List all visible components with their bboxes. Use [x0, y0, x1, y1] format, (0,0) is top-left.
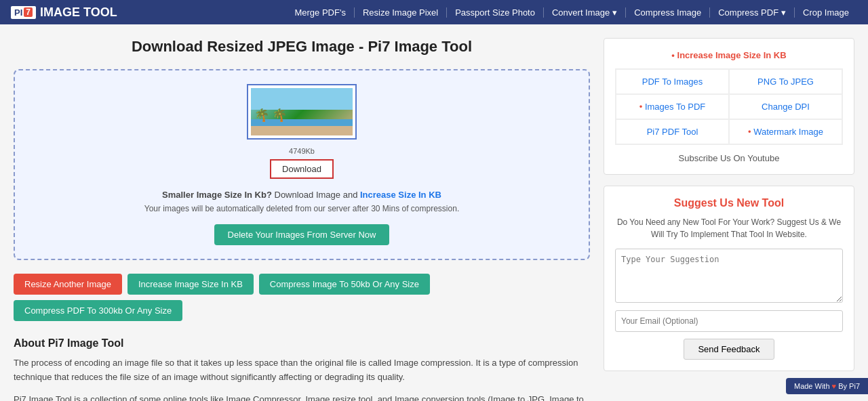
image-preview-box: 🌴 🌴 [247, 84, 357, 140]
suggest-description: Do You Need any New Tool For Your Work? … [615, 216, 843, 240]
compress-pdf-button[interactable]: Compress PDF To 300kb Or Any Size [14, 300, 182, 321]
download-button[interactable]: Download [270, 159, 334, 179]
resize-another-button[interactable]: Resize Another Image [14, 274, 122, 295]
heart-icon: ♥ [832, 382, 837, 390]
made-with-badge: Made With ♥ By Pi7 [786, 378, 868, 394]
sidebar-change-dpi[interactable]: Change DPI [729, 94, 842, 119]
about-paragraph-1: The process of encoding an image file so… [14, 356, 590, 385]
suggest-tool-card: Suggest Us New Tool Do You Need any New … [604, 186, 854, 371]
sidebar-watermark-image[interactable]: Watermark Image [729, 119, 842, 144]
about-title: About Pi7 Image Tool [14, 337, 590, 350]
auto-delete-text: Your images will be automatically delete… [28, 204, 575, 213]
action-buttons: Resize Another Image Increase Image Size… [14, 274, 590, 321]
image-thumbnail: 🌴 🌴 [251, 88, 353, 135]
logo[interactable]: Pi 7 IMAGE TOOL [11, 5, 117, 20]
main-layout: Download Resized JPEG Image - Pi7 Image … [0, 24, 868, 401]
sidebar-pdf-to-images[interactable]: PDF To Images [616, 69, 729, 94]
compress-image-button[interactable]: Compress Image To 50kb Or Any Size [259, 274, 430, 295]
content-area: Download Resized JPEG Image - Pi7 Image … [14, 38, 590, 401]
nav-convert-image[interactable]: Convert Image ▾ [544, 7, 626, 18]
nav-crop-image[interactable]: Crop Image [795, 7, 857, 18]
delete-images-button[interactable]: Delete Your Images From Server Now [214, 224, 390, 245]
about-paragraph-2: Pi7 Image Tool is a collection of some o… [14, 393, 590, 401]
send-feedback-button[interactable]: Send Feedback [684, 339, 774, 360]
chevron-down-icon: ▾ [612, 7, 617, 18]
increase-size-button[interactable]: Increase Image Size In KB [127, 274, 254, 295]
suggestion-textarea[interactable] [615, 249, 843, 303]
file-size: 4749Kb [28, 147, 575, 155]
smaller-image-text: Smaller Image Size In Kb? Download Image… [28, 190, 575, 200]
logo-pi: Pi [14, 7, 22, 18]
sidebar-links-card: Increase Image Size In KB PDF To Images … [604, 38, 854, 175]
sidebar: Increase Image Size In KB PDF To Images … [604, 38, 854, 401]
nav-compress-image[interactable]: Compress Image [626, 7, 710, 18]
nav-compress-pdf[interactable]: Compress PDF ▾ [710, 7, 795, 18]
nav-merge-pdf[interactable]: Merge PDF's [286, 7, 354, 18]
chevron-down-icon: ▾ [781, 7, 786, 18]
main-nav: Merge PDF's Resize Image Pixel Passport … [138, 7, 857, 18]
suggest-title: Suggest Us New Tool [615, 197, 843, 209]
page-title: Download Resized JPEG Image - Pi7 Image … [14, 38, 590, 56]
header: Pi 7 IMAGE TOOL Merge PDF's Resize Image… [0, 0, 868, 24]
sidebar-top-link: Increase Image Size In KB [615, 49, 843, 60]
increase-size-link[interactable]: Increase Size In KB [360, 190, 441, 200]
sidebar-images-to-pdf[interactable]: Images To PDF [616, 94, 729, 119]
suggestion-email[interactable] [615, 310, 843, 332]
logo-box: Pi 7 [11, 6, 36, 19]
nav-passport-photo[interactable]: Passport Size Photo [447, 7, 544, 18]
about-section: About Pi7 Image Tool The process of enco… [14, 337, 590, 401]
sidebar-png-to-jpeg[interactable]: PNG To JPEG [729, 69, 842, 94]
youtube-subscribe: Subscribe Us On Youtube [615, 153, 843, 163]
sidebar-grid: PDF To Images PNG To JPEG Images To PDF … [615, 68, 843, 145]
increase-image-size-link[interactable]: Increase Image Size In KB [671, 50, 786, 60]
image-container: 🌴 🌴 4749Kb Download Smaller Image Size I… [14, 69, 590, 260]
sidebar-pi7-pdf-tool[interactable]: Pi7 PDF Tool [616, 119, 729, 144]
nav-resize-pixel[interactable]: Resize Image Pixel [355, 7, 447, 18]
logo-seven: 7 [24, 7, 33, 17]
logo-text: IMAGE TOOL [40, 5, 117, 20]
